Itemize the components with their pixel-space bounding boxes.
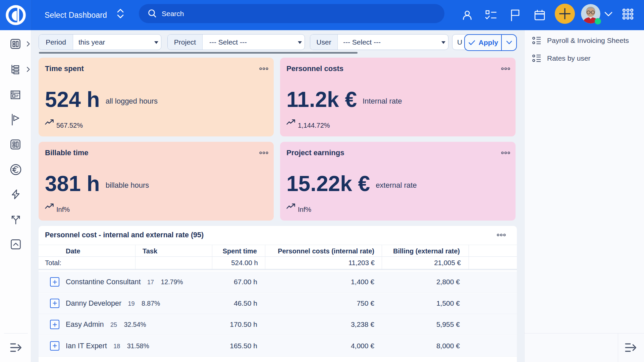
- kpi-description: external rate: [376, 181, 417, 190]
- task-list-icon: [485, 9, 497, 21]
- kpi-trend-value: 567.52%: [56, 122, 83, 129]
- filter-period: Period this year: [39, 34, 161, 50]
- global-search-input[interactable]: Search: [139, 4, 444, 23]
- filter-user-select[interactable]: --- Select ---: [338, 35, 448, 50]
- sidebar-item-projects[interactable]: [0, 64, 31, 75]
- apps-grid-button[interactable]: [620, 6, 636, 22]
- dashboard-selector-sort-icon[interactable]: [115, 7, 125, 23]
- expand-sidebar-button[interactable]: [9, 342, 22, 353]
- table-kebab-menu[interactable]: [497, 233, 506, 237]
- filters-scrollbar-thumb[interactable]: [39, 52, 358, 54]
- kpi-trend: 567.52%: [45, 119, 83, 129]
- user-avatar[interactable]: [581, 4, 600, 23]
- column-divider: [135, 257, 136, 270]
- chevron-right-icon[interactable]: [26, 41, 30, 47]
- column-header-billing[interactable]: Billing (external rate): [359, 245, 460, 257]
- user-menu-chevron-icon[interactable]: [604, 11, 613, 17]
- kpi-card: Time spent 524 h all logged hours 567.52…: [39, 58, 274, 136]
- row-percent: 31.58%: [127, 342, 149, 350]
- kpi-trend: 1,144.72%: [286, 119, 330, 129]
- row-task-count: 25: [110, 321, 117, 328]
- right-panel-item-payroll[interactable]: Payroll & Invoicing Sheets: [525, 33, 644, 48]
- row-user-name[interactable]: Constantine Consultant: [66, 278, 141, 286]
- column-header-spent-time[interactable]: Spent time: [173, 245, 257, 257]
- row-user-name[interactable]: Danny Developer: [66, 299, 121, 307]
- apply-dropdown-button[interactable]: [502, 35, 516, 50]
- dashboard-selector-label: Select Dashboard: [45, 11, 107, 20]
- online-status-dot: [595, 18, 601, 24]
- filter-project-select[interactable]: --- Select ---: [203, 35, 305, 50]
- dashboard-panel-icon: [10, 139, 21, 150]
- right-sidebar: Payroll & Invoicing Sheets Rates by user: [524, 30, 644, 362]
- kpi-card: Personnel costs 11.2k € Internal rate 1,…: [280, 58, 516, 136]
- chevron-right-icon[interactable]: [26, 66, 30, 72]
- calendar-button[interactable]: [532, 0, 548, 30]
- kpi-value: 11.2k €: [286, 87, 357, 112]
- right-panel-item-rates[interactable]: Rates by user: [525, 51, 644, 66]
- filter-period-select[interactable]: this year: [73, 35, 161, 50]
- users-button[interactable]: [459, 0, 475, 30]
- total-billing: 21,005 €: [360, 257, 461, 269]
- dashboard-selector[interactable]: Select Dashboard: [45, 0, 107, 30]
- sidebar-divider: [4, 333, 28, 334]
- sidebar-item-boards[interactable]: [0, 139, 31, 150]
- kpi-value-row: 381 h billable hours: [45, 171, 149, 196]
- column-divider: [212, 245, 212, 257]
- row-user-name[interactable]: Ian IT Expert: [66, 342, 107, 350]
- column-divider: [469, 257, 469, 270]
- collapse-right-panel-button[interactable]: [624, 342, 637, 353]
- row-expand-button[interactable]: [50, 341, 59, 351]
- sidebar-item-workflows[interactable]: [0, 214, 31, 226]
- column-header-date[interactable]: Date: [66, 245, 80, 257]
- sidebar-item-dashboards[interactable]: [0, 38, 31, 50]
- euro-circle-icon: [10, 164, 22, 176]
- user-icon: [461, 9, 473, 21]
- row-spent-time: 46.50 h: [173, 293, 257, 314]
- row-expand-button[interactable]: [50, 277, 59, 287]
- kpi-kebab-menu[interactable]: [501, 151, 510, 155]
- kpi-value: 524 h: [45, 87, 100, 112]
- kpi-kebab-menu[interactable]: [259, 151, 268, 155]
- column-header-task[interactable]: Task: [143, 245, 157, 257]
- right-panel-item-label: Rates by user: [547, 54, 591, 62]
- row-expand-button[interactable]: [50, 299, 59, 308]
- column-divider: [135, 245, 136, 257]
- filter-project-label: Project: [168, 35, 203, 50]
- row-spent-time: 170.50 h: [173, 314, 257, 335]
- sidebar-item-pages[interactable]: [0, 89, 31, 101]
- top-bar: Select Dashboard Search: [0, 0, 644, 30]
- filter-user-value: --- Select ---: [343, 38, 381, 46]
- kpi-description: billable hours: [106, 181, 149, 190]
- right-panel-item-label: Payroll & Invoicing Sheets: [547, 37, 629, 45]
- sidebar-item-milestones[interactable]: [0, 113, 31, 126]
- quick-add-button[interactable]: [555, 4, 575, 24]
- row-internal: 3,238 €: [260, 314, 374, 335]
- tasks-button[interactable]: [483, 0, 499, 30]
- row-user-cell: Easy Admin 25 32.54%: [66, 314, 146, 335]
- column-header-personnel-costs[interactable]: Personnel costs (internal rate): [260, 245, 374, 257]
- kpi-kebab-menu[interactable]: [259, 67, 268, 70]
- kpi-trend-value: Inf%: [298, 206, 311, 214]
- row-internal: 750 €: [260, 293, 374, 314]
- total-label: Total:: [45, 257, 61, 269]
- table-row: Danny Developer 19 8.87% 46.50 h 750 € 1…: [39, 293, 517, 314]
- plus-icon: [53, 322, 57, 327]
- flags-button[interactable]: [507, 0, 523, 30]
- sidebar-item-money[interactable]: [0, 164, 31, 176]
- row-user-name[interactable]: Easy Admin: [66, 320, 104, 328]
- search-placeholder: Search: [162, 10, 184, 18]
- apply-button[interactable]: Apply: [465, 35, 502, 50]
- app-logo[interactable]: [0, 0, 32, 30]
- row-user-cell: Danny Developer 19 8.87%: [66, 293, 160, 314]
- trending-up-icon: [45, 203, 54, 209]
- table-row: Constantine Consultant 17 12.79% 67.00 h…: [39, 272, 517, 293]
- sidebar-item-quick-actions[interactable]: [0, 188, 31, 200]
- main-content: Period this year Project --- Select --- …: [31, 30, 524, 362]
- caret-down-icon: [441, 41, 445, 44]
- kpi-card: Project earnings 15.22k € external rate …: [280, 142, 516, 221]
- row-expand-button[interactable]: [50, 320, 59, 329]
- check-icon: [468, 39, 476, 47]
- sidebar-item-updates[interactable]: [0, 238, 31, 250]
- column-divider: [212, 257, 212, 270]
- kpi-kebab-menu[interactable]: [501, 67, 510, 70]
